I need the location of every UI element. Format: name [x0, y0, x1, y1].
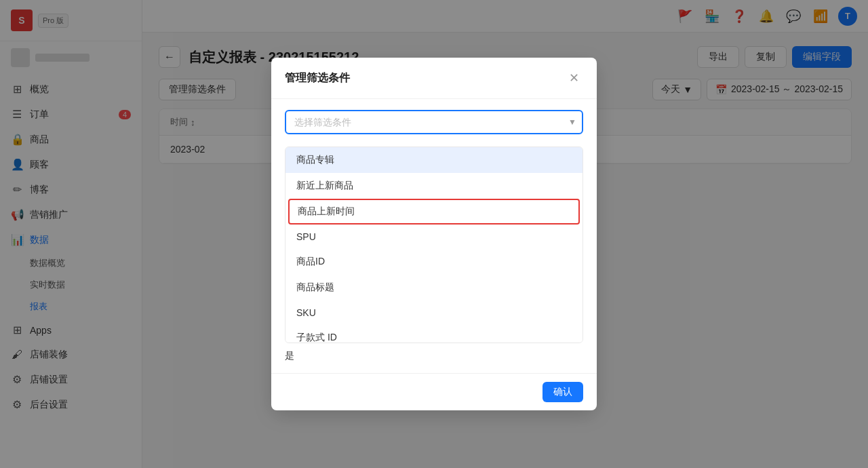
option-product-collection[interactable]: 商品专辑	[285, 147, 583, 173]
modal-overlay: 管理筛选条件 ✕ 选择筛选条件商品专辑新近上新商品商品上新时间SPU商品ID商品…	[0, 0, 868, 468]
is-condition-row: 是	[285, 350, 583, 362]
modal-close-button[interactable]: ✕	[564, 69, 583, 87]
modal-body: 选择筛选条件商品专辑新近上新商品商品上新时间SPU商品ID商品标题SKU子款式 …	[271, 99, 597, 373]
filter-select-container: 选择筛选条件商品专辑新近上新商品商品上新时间SPU商品ID商品标题SKU子款式 …	[285, 110, 583, 134]
is-label: 是	[285, 350, 294, 362]
dropdown-options-list[interactable]: 商品专辑 新近上新商品 商品上新时间 SPU 商品ID 商品标题	[285, 147, 583, 343]
filter-select[interactable]: 选择筛选条件商品专辑新近上新商品商品上新时间SPU商品ID商品标题SKU子款式 …	[285, 110, 583, 134]
option-new-products[interactable]: 新近上新商品	[285, 173, 583, 199]
filter-modal: 管理筛选条件 ✕ 选择筛选条件商品专辑新近上新商品商品上新时间SPU商品ID商品…	[271, 58, 597, 410]
modal-footer: 确认	[271, 373, 597, 410]
option-product-id[interactable]: 商品ID	[285, 249, 583, 275]
option-product-title[interactable]: 商品标题	[285, 275, 583, 300]
option-spu[interactable]: SPU	[285, 225, 583, 249]
modal-title: 管理筛选条件	[285, 71, 350, 85]
option-sku[interactable]: SKU	[285, 300, 583, 325]
modal-header: 管理筛选条件 ✕	[271, 58, 597, 99]
option-product-launch-time[interactable]: 商品上新时间	[288, 199, 580, 225]
option-variant-id[interactable]: 子款式 ID	[285, 325, 583, 343]
modal-confirm-button[interactable]: 确认	[542, 382, 583, 402]
